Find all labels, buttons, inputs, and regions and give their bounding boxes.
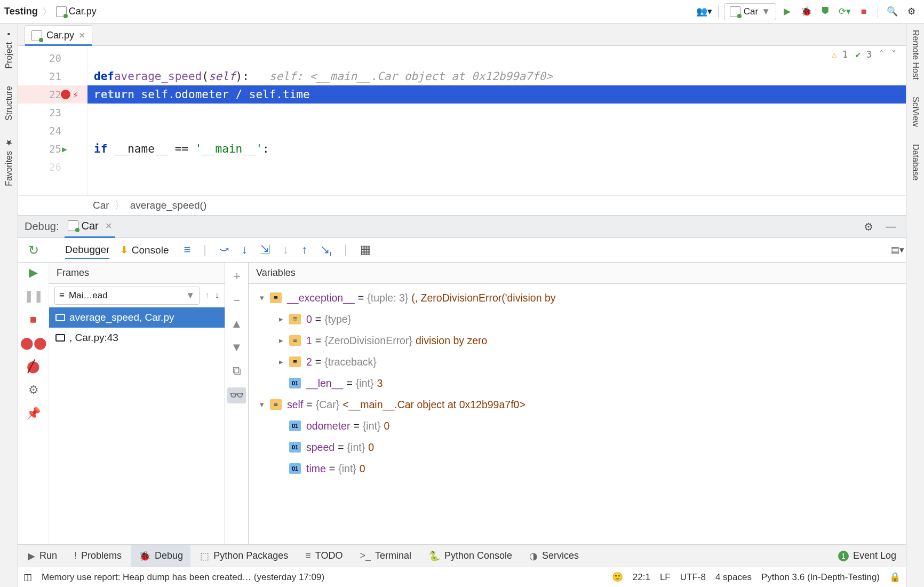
bottom-tab-python-packages[interactable]: ⬚Python Packages — [193, 545, 296, 567]
force-step-into-icon[interactable]: ↓ — [283, 243, 289, 257]
lock-icon[interactable]: 🔒 — [889, 572, 901, 583]
step-out-icon[interactable]: ↑ — [301, 243, 307, 257]
bottom-tab-terminal[interactable]: >_Terminal — [352, 545, 419, 567]
resume-button[interactable]: ▶ — [29, 266, 38, 280]
layout-icon[interactable]: ▤▾ — [889, 242, 906, 259]
editor-tabs: Car.py ✕ — [18, 23, 906, 46]
status-widgets-icon[interactable]: ◫ — [23, 572, 32, 583]
down-icon[interactable]: ▼ — [231, 340, 243, 354]
remote-host-tool[interactable]: Remote Host — [911, 27, 920, 83]
variable-node[interactable]: ▾≡ self = {Car} <__main__.Car object at … — [252, 394, 904, 415]
search-everywhere-button[interactable]: 🔍 — [883, 3, 901, 20]
variable-node[interactable]: ▸≡ 1 = {ZeroDivisionError} division by z… — [252, 330, 904, 351]
warning-icon: ⚠ — [832, 49, 837, 60]
evaluate-icon[interactable]: ▦ — [360, 243, 371, 257]
variables-tree[interactable]: ▾≡ __exception__ = {tuple: 3} (, ZeroDiv… — [249, 284, 906, 482]
copy-icon[interactable]: ⧉ — [233, 364, 241, 378]
run-button[interactable]: ▶ — [778, 3, 795, 20]
thread-selector[interactable]: ≡Mai…ead▼ — [54, 287, 200, 305]
variable-node[interactable]: ▸≡ 0 = {type} — [252, 308, 904, 330]
chevron-down-icon[interactable]: ˅ — [891, 49, 896, 60]
step-over-icon[interactable]: ⤻ — [219, 243, 229, 257]
pin-icon[interactable]: 📌 — [26, 407, 41, 421]
stack-frame[interactable]: , Car.py:43 — [49, 328, 225, 348]
breadcrumb-project[interactable]: Testing — [4, 6, 38, 17]
inspection-widget[interactable]: ⚠ 1 ✔ 3 ˄ ˅ — [832, 49, 897, 60]
settings-button[interactable]: ⚙ — [903, 3, 920, 20]
caret-position[interactable]: 22:1 — [633, 572, 650, 583]
debug-session-tab[interactable]: Car✕ — [65, 216, 115, 238]
step-into-icon[interactable]: ↓ — [242, 243, 248, 257]
encoding[interactable]: UTF-8 — [680, 572, 706, 583]
pause-button[interactable]: ❚❚ — [24, 289, 43, 303]
code-editor[interactable]: 202122⚡232425▶26 ⚠ 1 ✔ 3 ˄ ˅ def average… — [18, 46, 906, 195]
bottom-tab-debug[interactable]: 🐞Debug — [131, 545, 190, 567]
check-icon: ✔ — [855, 49, 861, 60]
editor-gutter[interactable]: 202122⚡232425▶26 — [18, 46, 87, 195]
breadcrumb[interactable]: Testing 〉 Car.py — [4, 5, 97, 18]
debugger-tab[interactable]: Debugger — [65, 242, 109, 259]
step-into-my-icon[interactable]: ⇲ — [260, 243, 270, 257]
prev-frame-icon[interactable]: ↑ — [205, 290, 210, 301]
variable-node[interactable]: 01 odometer = {int} 0 — [252, 415, 904, 437]
threads-icon[interactable]: ≡ — [184, 243, 190, 257]
bottom-tab-run[interactable]: ▶Run — [20, 545, 65, 567]
breadcrumb-file[interactable]: Car.py — [56, 6, 97, 17]
run-to-cursor-icon[interactable]: ↘I — [320, 243, 331, 257]
database-tool[interactable]: Database — [911, 141, 920, 184]
profile-button[interactable]: ⟳▾ — [836, 3, 853, 20]
bottom-tab-problems[interactable]: !Problems — [67, 545, 129, 567]
close-icon[interactable]: ✕ — [78, 30, 85, 41]
up-icon[interactable]: ▲ — [231, 317, 243, 331]
variable-node[interactable]: ▸≡ 2 = {traceback} — [252, 351, 904, 372]
stack-frame[interactable]: average_speed, Car.py — [49, 307, 225, 328]
next-frame-icon[interactable]: ↓ — [215, 290, 220, 301]
debug-title: Debug: — [25, 220, 59, 233]
close-icon[interactable]: ✕ — [105, 221, 112, 231]
variable-node[interactable]: 01 time = {int} 0 — [252, 458, 904, 479]
indent[interactable]: 4 spaces — [715, 572, 752, 583]
interpreter[interactable]: Python 3.6 (In-Depth-Testing) — [761, 572, 880, 583]
settings-icon[interactable]: ⚙ — [28, 383, 39, 397]
chevron-up-icon[interactable]: ˄ — [879, 49, 884, 60]
favorites-tool[interactable]: Favorites ★ — [4, 134, 14, 189]
event-log-button[interactable]: 1Event Log — [831, 545, 904, 567]
sciview-tool[interactable]: SciView — [911, 93, 920, 130]
project-tool[interactable]: Project ▪ — [4, 27, 14, 72]
debug-toolbar: ↻ Debugger ⬇ Console ≡ | ⤻ ↓ ⇲ ↓ ↑ ↘I | … — [18, 238, 906, 263]
hector-icon[interactable]: 🙂 — [612, 572, 623, 583]
stop-button[interactable]: ■ — [30, 313, 37, 327]
variable-node[interactable]: ▾≡ __exception__ = {tuple: 3} (, ZeroDiv… — [252, 287, 904, 308]
python-file-icon — [56, 6, 67, 17]
watches-icon[interactable]: 👓 — [227, 387, 246, 403]
run-config-selector[interactable]: Car▼ — [724, 3, 776, 20]
console-tab[interactable]: ⬇ Console — [120, 242, 169, 259]
bottom-tab-services[interactable]: ◑Services — [522, 545, 586, 567]
variable-node[interactable]: 01 __len__ = {int} 3 — [252, 372, 904, 394]
code-breadcrumb[interactable]: Car 〉 average_speed() — [18, 195, 906, 216]
chevron-down-icon: ▼ — [761, 6, 770, 17]
python-file-icon — [31, 30, 42, 41]
stop-button[interactable]: ■ — [855, 3, 872, 20]
gear-icon[interactable]: ⚙ — [860, 218, 877, 235]
frames-panel: Frames ≡Mai…ead▼ ↑ ↓ average_speed, Car.… — [49, 263, 225, 544]
bottom-tab-todo[interactable]: ≡TODO — [298, 545, 350, 567]
minimize-icon[interactable]: — — [882, 218, 899, 235]
view-breakpoints-button[interactable]: ⬤⬤ — [20, 336, 47, 350]
right-tool-rail: Remote Host SciView Database — [906, 23, 924, 587]
status-message[interactable]: Memory use report: Heap dump has been cr… — [42, 572, 324, 583]
coverage-button[interactable]: ⛊ — [817, 3, 834, 20]
bottom-tab-python-console[interactable]: 🐍Python Console — [421, 545, 520, 567]
editor-content[interactable]: ⚠ 1 ✔ 3 ˄ ˅ def average_speed(self): sel… — [87, 46, 906, 195]
user-icon[interactable]: 👥▾ — [696, 3, 713, 20]
bottom-tool-tabs: ▶Run!Problems🐞Debug⬚Python Packages≡TODO… — [18, 544, 906, 567]
mute-breakpoints-button[interactable]: ⬤╱ — [27, 360, 40, 374]
remove-watch-icon[interactable]: − — [233, 294, 240, 307]
line-separator[interactable]: LF — [660, 572, 671, 583]
structure-tool[interactable]: Structure — [4, 83, 14, 124]
add-watch-icon[interactable]: ＋ — [231, 268, 243, 284]
debug-button[interactable]: 🐞 — [798, 3, 815, 20]
rerun-button[interactable]: ↻ — [28, 243, 39, 258]
variable-node[interactable]: 01 speed = {int} 0 — [252, 437, 904, 458]
editor-tab-car[interactable]: Car.py ✕ — [25, 25, 92, 45]
